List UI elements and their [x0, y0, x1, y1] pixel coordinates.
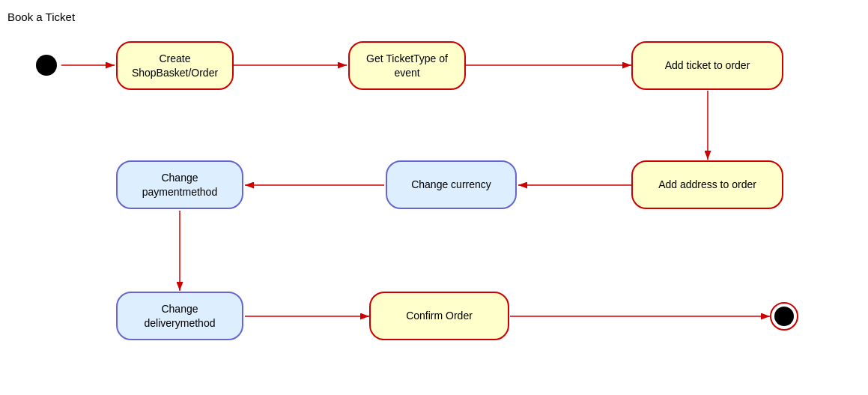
node-addaddress: Add address to order — [631, 160, 783, 209]
end-node — [770, 302, 798, 331]
node-changepayment: Changepaymentmethod — [116, 160, 243, 209]
node-create: CreateShopBasket/Order — [116, 41, 234, 90]
node-addticket: Add ticket to order — [631, 41, 783, 90]
node-getticket: Get TicketType ofevent — [348, 41, 466, 90]
node-changedelivery: Changedeliverymethod — [116, 292, 243, 340]
node-changecurrency: Change currency — [386, 160, 517, 209]
node-confirmorder: Confirm Order — [369, 292, 509, 340]
start-node — [36, 55, 57, 76]
diagram-title: Book a Ticket — [7, 10, 75, 23]
